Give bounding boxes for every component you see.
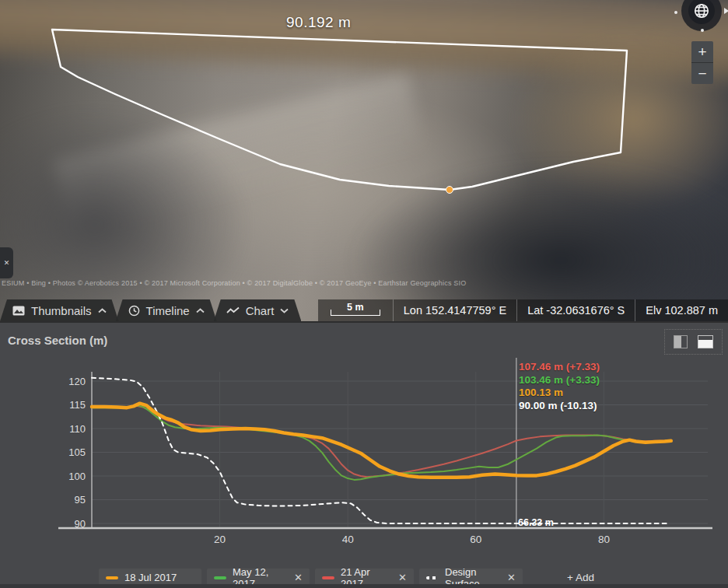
compass-dot-bottom [701,29,704,32]
thumbnails-icon [12,306,25,316]
svg-text:95: 95 [75,494,86,506]
cursor-readouts: 107.46 m (+7.33) 103.46 m (+3.33) 100.13… [519,361,600,412]
tab-thumbnails-label: Thumbnails [31,304,92,317]
cross-section-chart[interactable]: 909510010511011512020406080 [0,323,728,556]
tab-timeline-label: Timeline [146,304,190,317]
scale-label: 5 m [331,302,380,313]
tab-chart[interactable]: Chart [214,299,302,321]
measurement-polygon-overlay[interactable] [0,0,728,321]
cursor-distance-label: 66.33 m [518,517,554,528]
svg-text:105: 105 [68,446,86,458]
readout-21-apr: 107.46 m (+7.33) [519,361,600,374]
app-root: 90.192 m + − ✕ ESIUM • Bing • Photos © A… [0,0,728,588]
chevron-up-icon [196,308,205,313]
zoom-out-button[interactable]: − [691,63,713,84]
close-icon[interactable]: ✕ [288,572,303,583]
latitude-readout: Lat -32.0631676° S [516,299,635,321]
svg-text:110: 110 [69,423,86,435]
map-info-bar: 5 m Lon 152.4147759° E Lat -32.0631676° … [318,299,728,321]
measurement-length-label: 90.192 m [286,14,351,31]
sidebar-collapse-handle[interactable]: ✕ [0,247,13,278]
panel-tabs: Thumbnails Timeline [0,299,298,321]
close-icon[interactable]: ✕ [392,572,407,583]
svg-text:120: 120 [68,376,86,387]
panel-footer-strip [0,584,728,588]
tab-chart-label: Chart [246,304,275,317]
svg-text:60: 60 [470,534,481,545]
compass-dot-left [674,11,677,14]
longitude-readout: Lon 152.4147759° E [393,299,516,321]
readout-design: 90.00 m (-10.13) [519,400,600,413]
map-3d-view[interactable]: 90.192 m + − ✕ ESIUM • Bing • Photos © A… [0,0,728,321]
close-icon[interactable]: ✕ [501,572,516,583]
map-scale-bar: 5 m [318,299,393,321]
compass-arrow-right-icon[interactable] [724,8,728,14]
polygon-vertex-marker[interactable] [446,187,453,194]
zoom-in-button[interactable]: + [691,41,713,63]
svg-text:90: 90 [75,518,86,530]
tab-thumbnails[interactable]: Thumbnails [0,299,119,321]
readout-may-12: 103.46 m (+3.33) [519,374,600,387]
timeline-clock-icon [128,305,140,317]
globe-icon[interactable] [688,0,715,24]
readout-18-jul: 100.13 m [519,387,600,400]
map-zoom-controls: + − [691,41,713,84]
legend-swatch [106,576,118,579]
map-bottom-bar: Thumbnails Timeline [0,299,728,321]
svg-text:80: 80 [598,534,610,545]
svg-text:40: 40 [342,534,354,545]
chevron-up-icon [98,308,107,313]
chart-line-icon [226,306,240,315]
svg-text:20: 20 [214,534,226,545]
map-attribution: ESIUM • Bing • Photos © Aerobotics 2015 … [2,279,406,287]
series-18-jul-2017[interactable] [92,404,671,478]
legend-swatch [426,576,439,579]
scale-bracket: 5 m [331,310,380,316]
legend-swatch [214,576,226,579]
elevation-readout: Elv 102.887 m [635,299,728,321]
svg-text:115: 115 [69,399,86,411]
svg-text:100: 100 [68,471,86,482]
legend-label: 18 Jul 2017 [124,572,177,583]
add-surface-button[interactable]: + Add [567,572,594,583]
chevron-down-icon [280,308,289,313]
cross-section-panel: Cross Section (m) 9095100105110115120204… [0,321,728,588]
tab-timeline[interactable]: Timeline [116,299,217,321]
legend-swatch [322,576,334,579]
